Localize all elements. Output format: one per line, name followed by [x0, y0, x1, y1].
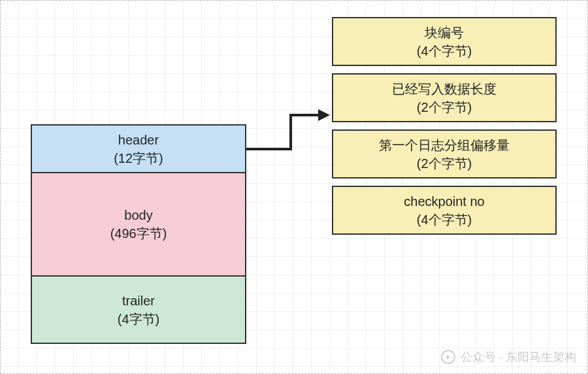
diagram-canvas: header (12字节) body (496字节) trailer (4字节)… — [0, 0, 588, 374]
right-block-no-label: 块编号 — [425, 24, 464, 42]
right-offset-label: 第一个日志分组偏移量 — [379, 136, 510, 154]
right-offset: 第一个日志分组偏移量 (2个字节) — [332, 129, 557, 178]
right-block-no-sub: (4个字节) — [417, 42, 472, 60]
right-offset-sub: (2个字节) — [417, 154, 472, 173]
watermark: ✦ 公众号 · 东阳马生架构 — [441, 349, 576, 365]
arrow-header-to-detail — [246, 105, 338, 157]
right-data-len-sub: (2个字节) — [417, 98, 472, 116]
left-body-block: body (496字节) — [31, 172, 246, 277]
right-data-len: 已经写入数据长度 (2个字节) — [332, 73, 557, 122]
left-body-sub: (496字节) — [110, 224, 167, 243]
right-data-len-label: 已经写入数据长度 — [392, 80, 497, 98]
right-checkpoint-sub: (4个字节) — [417, 211, 472, 229]
right-block-no: 块编号 (4个字节) — [332, 17, 557, 66]
right-checkpoint-label: checkpoint no — [404, 192, 484, 211]
watermark-text: 公众号 · 东阳马生架构 — [461, 349, 576, 365]
svg-marker-0 — [318, 109, 330, 121]
left-trailer-sub: (4字节) — [118, 310, 159, 328]
left-header-block: header (12字节) — [31, 124, 246, 173]
left-trailer-block: trailer (4字节) — [31, 275, 246, 344]
right-checkpoint: checkpoint no (4个字节) — [332, 186, 557, 235]
left-body-label: body — [124, 206, 152, 224]
left-header-label: header — [118, 131, 159, 149]
left-header-sub: (12字节) — [114, 149, 163, 167]
left-trailer-label: trailer — [122, 292, 155, 310]
wechat-icon: ✦ — [441, 350, 455, 364]
